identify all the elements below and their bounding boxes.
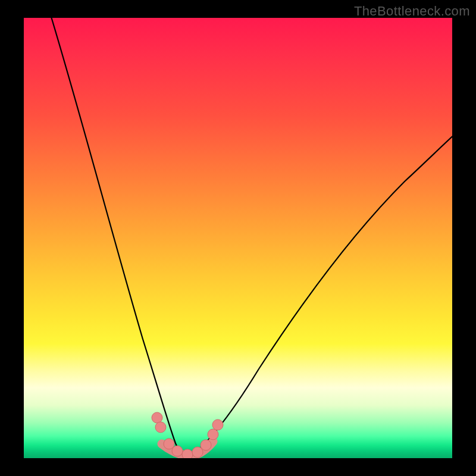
bead-right-3 [212,419,223,430]
watermark-text: TheBottleneck.com [354,4,470,19]
bead-left-3 [164,439,174,449]
bead-left-1 [152,412,162,423]
bead-right-2 [208,429,218,440]
left-curve [51,18,187,458]
bead-valley-2 [192,447,203,458]
curve-layer [24,18,452,458]
bead-left-2 [155,422,166,433]
right-curve [187,134,452,458]
bead-right-1 [201,440,211,450]
bead-valley-1 [182,449,193,458]
chart-frame: TheBottleneck.com [0,0,476,476]
bead-left-4 [172,446,183,456]
plot-area [24,18,452,458]
marker-beads [152,412,223,458]
